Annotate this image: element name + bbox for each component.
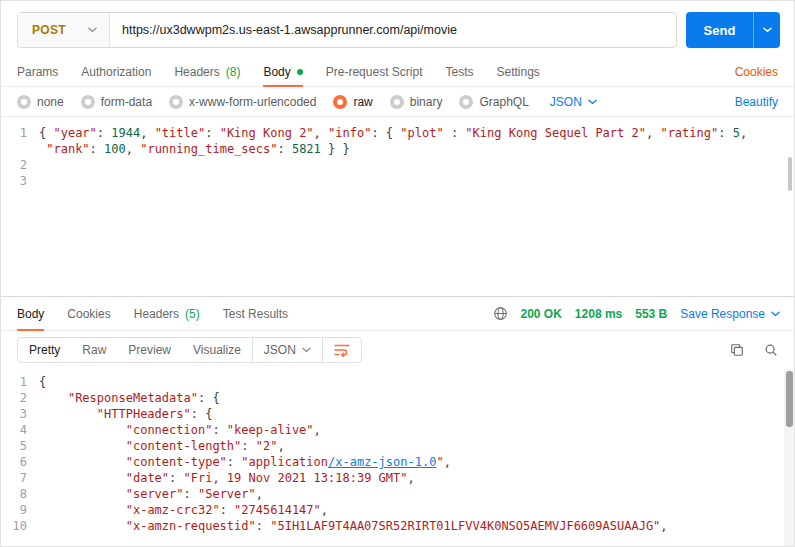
code-token: "connection" [126, 423, 213, 437]
code-token: " [436, 455, 443, 469]
editor-scrollbar-thumb[interactable] [788, 157, 792, 191]
headers-count: (8) [226, 65, 241, 79]
code-token [39, 407, 97, 421]
response-body-viewer[interactable]: 1{2 "ResponseMetadata": {3 "HTTPHeaders"… [1, 369, 794, 546]
tab-headers[interactable]: Headers (8) [174, 57, 240, 86]
code-line: "rank": 100, "running_time_secs": 5821 }… [39, 141, 794, 157]
view-preview[interactable]: Preview [117, 338, 182, 362]
response-time: 1208 ms [575, 307, 622, 321]
code-token: "date" [126, 471, 169, 485]
send-dropdown-button[interactable] [753, 12, 780, 48]
code-token: , [314, 126, 328, 140]
tab-label: Pre-request Script [326, 65, 423, 79]
beautify-link[interactable]: Beautify [735, 95, 778, 109]
code-token [39, 455, 126, 469]
view-pretty[interactable]: Pretty [18, 338, 71, 362]
code-token: : [444, 126, 466, 140]
code-line: "x-amz-crc32": "2745614147", [39, 502, 794, 518]
body-mode-row: none form-data x-www-form-urlencoded raw… [1, 87, 794, 117]
code-token: , [256, 487, 263, 501]
code-token: } } [321, 142, 350, 156]
send-button[interactable]: Send [686, 12, 780, 48]
code-token: : [277, 142, 291, 156]
radio-label: form-data [101, 95, 152, 109]
radio-label: none [37, 95, 64, 109]
line-number: 3 [1, 173, 39, 189]
code-line: "server": "Server", [39, 486, 794, 502]
request-url-bar: POST Send [1, 1, 794, 57]
status-badge: 200 OK [521, 307, 562, 321]
code-token: 5821 [292, 142, 321, 156]
response-scrollbar-thumb[interactable] [786, 371, 793, 427]
send-label[interactable]: Send [686, 12, 753, 48]
code-row: 1{ [1, 374, 794, 390]
response-tab-test-results[interactable]: Test Results [223, 297, 288, 330]
tab-authorization[interactable]: Authorization [81, 57, 151, 86]
network-info-icon[interactable] [493, 306, 508, 321]
tab-pre-request-script[interactable]: Pre-request Script [326, 57, 423, 86]
body-mode-x-www-form-urlencoded[interactable]: x-www-form-urlencoded [169, 95, 316, 109]
code-token: "year" [53, 126, 96, 140]
tab-settings[interactable]: Settings [497, 57, 540, 86]
code-token [39, 503, 126, 517]
tab-tests[interactable]: Tests [445, 57, 473, 86]
raw-language-select[interactable]: JSON [550, 95, 597, 109]
code-token: , [314, 423, 321, 437]
code-row: 7 "date": "Fri, 19 Nov 2021 13:18:39 GMT… [1, 470, 794, 486]
tab-label: Headers [134, 307, 179, 321]
response-language-select[interactable]: JSON [252, 338, 322, 362]
line-number: 2 [1, 390, 39, 406]
code-token [39, 391, 68, 405]
code-token: { [39, 375, 46, 389]
code-token: "application [241, 455, 328, 469]
body-mode-none[interactable]: none [17, 95, 64, 109]
code-token: "King Kong 2" [220, 126, 314, 140]
code-token: "info" [328, 126, 371, 140]
body-mode-form-data[interactable]: form-data [81, 95, 152, 109]
save-response-button[interactable]: Save Response [680, 307, 780, 321]
code-token [39, 471, 126, 485]
response-tab-cookies[interactable]: Cookies [67, 297, 110, 330]
code-line: "HTTPHeaders": { [39, 406, 794, 422]
code-token: "x-amz-crc32" [126, 503, 220, 517]
url-input[interactable] [110, 13, 676, 47]
code-token: "x-amzn-requestid" [126, 519, 256, 533]
tab-body[interactable]: Body [263, 57, 302, 86]
code-token: , [321, 503, 328, 517]
chevron-down-icon [771, 311, 780, 317]
tab-params[interactable]: Params [17, 57, 58, 86]
radio-label: binary [410, 95, 443, 109]
code-row: 3 "HTTPHeaders": { [1, 406, 794, 422]
response-tab-headers[interactable]: Headers (5) [134, 297, 200, 330]
code-row: 2 [1, 157, 794, 173]
code-token [39, 439, 126, 453]
code-token: "Server" [198, 487, 256, 501]
save-response-label: Save Response [680, 307, 765, 321]
view-raw[interactable]: Raw [71, 338, 117, 362]
line-number [1, 141, 39, 157]
code-token: , [444, 455, 451, 469]
request-tabs: Params Authorization Headers (8) Body Pr… [1, 57, 794, 87]
request-body-editor[interactable]: 1{ "year": 1944, "title": "King Kong 2",… [1, 117, 794, 296]
code-token: , [126, 142, 140, 156]
copy-response-icon[interactable] [730, 343, 744, 357]
tab-label: Tests [445, 65, 473, 79]
wrap-lines-button[interactable] [322, 338, 361, 362]
body-mode-binary[interactable]: binary [390, 95, 443, 109]
response-meta: 200 OK 1208 ms 553 B Save Response [493, 306, 781, 321]
code-token: : [205, 126, 219, 140]
response-toolbar-icons [730, 343, 778, 357]
code-line: "content-type": "application/x-amz-json-… [39, 454, 794, 470]
search-response-icon[interactable] [764, 343, 778, 357]
body-content-dot [297, 69, 303, 75]
method-select[interactable]: POST [18, 13, 110, 47]
body-mode-raw[interactable]: raw [333, 95, 372, 109]
code-token: "content-type" [126, 455, 227, 469]
view-visualize[interactable]: Visualize [182, 338, 252, 362]
body-mode-graphql[interactable]: GraphQL [459, 95, 528, 109]
cookies-link[interactable]: Cookies [735, 65, 778, 79]
code-token: "plot" [400, 126, 443, 140]
radio-label: GraphQL [479, 95, 528, 109]
line-number: 6 [1, 454, 39, 470]
response-tab-body[interactable]: Body [17, 297, 44, 330]
